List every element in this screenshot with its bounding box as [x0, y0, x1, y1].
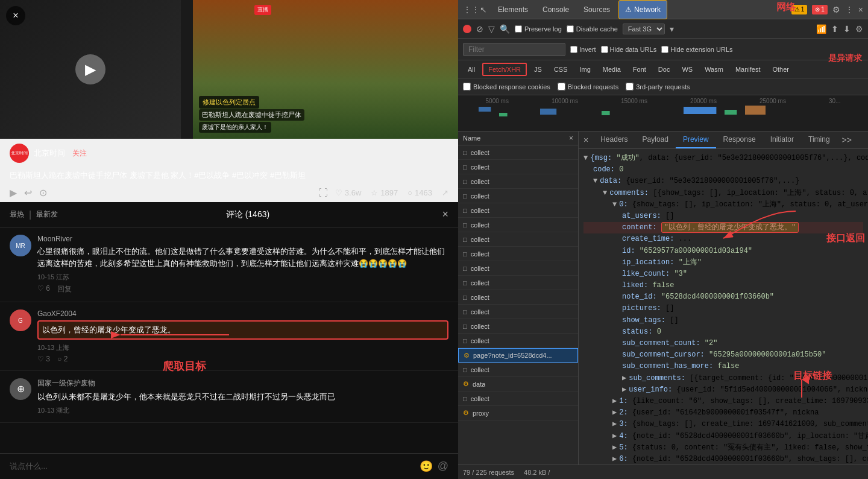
- disable-cache-checkbox[interactable]: Disable cache: [567, 25, 618, 33]
- prev-control[interactable]: ↩: [24, 187, 32, 198]
- list-item[interactable]: ⚙data: [458, 377, 578, 392]
- tab-elements[interactable]: Elements: [492, 0, 534, 19]
- item-label: collect: [471, 308, 489, 316]
- devtools-panel: ⋮⋮ ↖ Elements Console Sources ⚠ Network …: [458, 0, 868, 479]
- preserve-log-checkbox[interactable]: Preserve log: [515, 25, 562, 33]
- tab-network[interactable]: ⚠ Network: [618, 0, 667, 19]
- type-tab-other[interactable]: Other: [767, 63, 794, 76]
- list-item[interactable]: □collect: [458, 203, 578, 218]
- doc-icon: □: [463, 178, 467, 185]
- comment-input-placeholder[interactable]: 说点什么...: [10, 461, 415, 472]
- list-item[interactable]: □collect: [458, 319, 578, 334]
- tab-timing[interactable]: Timing: [801, 132, 837, 148]
- list-item[interactable]: □collect: [458, 160, 578, 174]
- settings-icon[interactable]: ⚙: [832, 5, 840, 14]
- item-label: collect: [471, 337, 489, 344]
- follow-button[interactable]: 关注: [72, 148, 87, 159]
- type-tab-all[interactable]: All: [463, 63, 480, 76]
- type-tab-fetchxhr[interactable]: Fetch/XHR: [482, 63, 527, 76]
- filter-input[interactable]: [463, 43, 565, 56]
- sort-option-new[interactable]: 最新发: [36, 209, 58, 220]
- likes-stat[interactable]: ♡ 3.6w: [335, 188, 361, 197]
- tab-payload[interactable]: Payload: [635, 132, 676, 148]
- list-item[interactable]: □collect: [458, 276, 578, 290]
- close-devtools-icon[interactable]: ×: [858, 5, 863, 14]
- tab-response[interactable]: Response: [716, 132, 763, 148]
- blocked-requests-checkbox[interactable]: Blocked requests: [558, 83, 618, 90]
- list-item[interactable]: □collect: [458, 174, 578, 189]
- type-tab-wasm[interactable]: Wasm: [700, 63, 728, 76]
- type-tab-css[interactable]: CSS: [549, 63, 573, 76]
- tab-sources[interactable]: Sources: [577, 0, 616, 19]
- doc-icon: □: [463, 265, 467, 272]
- list-item[interactable]: ⚙proxy: [458, 406, 578, 420]
- play-button[interactable]: ▶: [75, 54, 105, 84]
- sort-option-hot[interactable]: 最热: [10, 209, 24, 220]
- more-tabs-button[interactable]: >>: [837, 132, 857, 148]
- list-item[interactable]: □collect: [458, 232, 578, 247]
- network-settings-icon[interactable]: ⚙: [855, 24, 863, 34]
- stars-stat[interactable]: ☆ 1897: [371, 188, 398, 197]
- list-item[interactable]: □collect: [458, 334, 578, 348]
- loop-control[interactable]: ⊙: [39, 187, 47, 198]
- list-item[interactable]: □collect: [458, 392, 578, 406]
- list-item[interactable]: □collect: [458, 261, 578, 276]
- filter-button[interactable]: ▽: [488, 24, 495, 34]
- devtools-cursor-icon[interactable]: ↖: [477, 5, 489, 14]
- type-tab-media[interactable]: Media: [598, 63, 626, 76]
- type-tab-ws[interactable]: WS: [677, 63, 697, 76]
- third-party-checkbox[interactable]: 3rd-party requests: [626, 83, 690, 90]
- hide-data-urls-checkbox[interactable]: Hide data URLs: [601, 46, 657, 53]
- list-item[interactable]: □collect: [458, 363, 578, 377]
- detail-close-button[interactable]: ×: [579, 132, 593, 148]
- doc-icon: □: [463, 323, 467, 330]
- more-icon[interactable]: ⋮: [845, 5, 854, 14]
- type-tab-js[interactable]: JS: [529, 63, 547, 76]
- tab-initiator[interactable]: Initiator: [763, 132, 801, 148]
- type-tab-manifest[interactable]: Manifest: [731, 63, 766, 76]
- json-line: create_time: ...: [583, 233, 863, 245]
- comment-username-3: 国家一级保护废物: [37, 378, 448, 389]
- list-item[interactable]: □collect: [458, 247, 578, 261]
- hide-ext-urls-checkbox[interactable]: Hide extension URLs: [661, 46, 732, 53]
- emoji-buttons[interactable]: 🙂 @: [420, 460, 448, 473]
- detail-tabs: × Headers Payload Preview Response Initi…: [579, 132, 868, 149]
- network-right-icons: 📶 ⬆ ⬇ ⚙: [816, 24, 863, 34]
- blocked-cookies-checkbox[interactable]: Blocked response cookies: [463, 83, 550, 90]
- list-item[interactable]: □collect: [458, 290, 578, 305]
- comments-stat[interactable]: ○ 1463: [407, 188, 432, 197]
- search-button[interactable]: 🔍: [500, 24, 510, 34]
- throttle-select[interactable]: Fast 3G: [623, 24, 665, 34]
- upload-icon[interactable]: ⬆: [831, 24, 838, 34]
- json-line: at_users: []: [583, 211, 863, 222]
- type-tab-font[interactable]: Font: [628, 63, 651, 76]
- list-item[interactable]: □collect: [458, 305, 578, 319]
- list-item-selected[interactable]: ⚙ page?note_id=6528dcd4...: [458, 348, 578, 363]
- mention-icon[interactable]: @: [438, 460, 448, 473]
- doc-icon: □: [463, 279, 467, 287]
- emoji-icon[interactable]: 🙂: [420, 460, 433, 473]
- list-item[interactable]: □collect: [458, 218, 578, 232]
- tab-preview[interactable]: Preview: [676, 132, 716, 148]
- tab-console[interactable]: Console: [536, 0, 575, 19]
- share-stat[interactable]: ↗: [442, 188, 448, 197]
- json-line: ip_location: "上海": [583, 257, 863, 268]
- throttle-dropdown-icon[interactable]: ▾: [670, 24, 674, 34]
- record-button[interactable]: [463, 25, 471, 33]
- close-button[interactable]: ×: [6, 6, 25, 25]
- list-item[interactable]: □collect: [458, 189, 578, 203]
- expand-control[interactable]: ⛶: [318, 188, 328, 198]
- clear-button[interactable]: ⊘: [476, 24, 483, 34]
- invert-checkbox[interactable]: Invert: [570, 46, 596, 53]
- comment-meta-highlighted: 10-13 上海: [37, 343, 448, 352]
- name-column-header: Name: [463, 135, 480, 142]
- list-item[interactable]: □collect: [458, 145, 578, 160]
- download-icon[interactable]: ⬇: [843, 24, 851, 34]
- type-tab-doc[interactable]: Doc: [653, 63, 675, 76]
- play-control[interactable]: ▶: [10, 187, 17, 198]
- item-label: collect: [471, 366, 489, 373]
- close-comments-button[interactable]: ×: [442, 208, 449, 221]
- name-panel-close[interactable]: ×: [569, 134, 573, 142]
- type-tab-img[interactable]: Img: [575, 63, 596, 76]
- tab-headers[interactable]: Headers: [593, 132, 635, 148]
